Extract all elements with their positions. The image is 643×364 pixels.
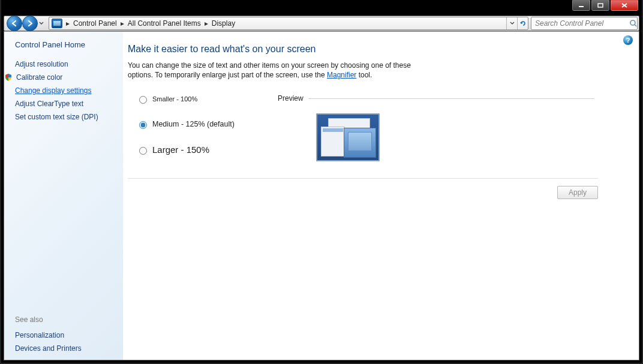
- see-also-devices-printers[interactable]: Devices and Printers: [15, 344, 115, 353]
- magnifier-link[interactable]: Magnifier: [327, 71, 356, 79]
- option-label: Larger - 150%: [152, 145, 209, 155]
- search-box[interactable]: [531, 17, 638, 30]
- nav-buttons: [4, 16, 47, 31]
- chevron-right-icon: ▸: [203, 19, 209, 28]
- option-larger[interactable]: Larger - 150%: [136, 145, 278, 155]
- window-controls: [572, 0, 638, 11]
- refresh-button[interactable]: [517, 17, 528, 29]
- forward-button[interactable]: [22, 16, 38, 31]
- address-bar[interactable]: ▸ Control Panel ▸ All Control Panel Item…: [49, 17, 528, 30]
- shield-icon: [4, 73, 13, 82]
- breadcrumb-item[interactable]: Display: [209, 19, 238, 28]
- breadcrumb-item[interactable]: All Control Panel Items: [125, 19, 203, 28]
- preview-window-icon: [321, 127, 345, 157]
- option-label: Medium - 125% (default): [152, 120, 235, 128]
- radio-smaller[interactable]: [139, 96, 147, 104]
- maximize-icon: [597, 3, 603, 8]
- button-row: Apply: [128, 186, 598, 199]
- sidebar-item-label: Calibrate color: [16, 73, 62, 82]
- back-button[interactable]: [7, 16, 22, 31]
- preview-label-text: Preview: [278, 94, 304, 103]
- help-button[interactable]: ?: [623, 35, 633, 45]
- arrow-right-icon: [26, 19, 34, 28]
- option-label: Smaller - 100%: [152, 95, 197, 103]
- chevron-down-icon: [510, 21, 515, 26]
- see-also-label: See also: [15, 315, 115, 324]
- content-area: Control Panel Home Adjust resolution Cal…: [4, 31, 639, 360]
- sidebar-links: Adjust resolution Calibrate color Change…: [15, 60, 115, 121]
- minimize-button[interactable]: [572, 0, 590, 11]
- options-row: Smaller - 100% Medium - 125% (default) L…: [128, 94, 622, 161]
- sidebar-item-label: Personalization: [15, 331, 64, 339]
- sidebar-home-link[interactable]: Control Panel Home: [15, 40, 115, 49]
- sidebar-item-label: Set custom text size (DPI): [15, 113, 98, 121]
- sidebar-item-label: Change display settings: [15, 86, 91, 95]
- nav-history-dropdown[interactable]: [38, 16, 45, 31]
- arrow-left-icon: [10, 19, 19, 28]
- sidebar-item-label: Adjust resolution: [15, 60, 68, 68]
- search-icon: [629, 19, 638, 28]
- option-medium[interactable]: Medium - 125% (default): [136, 119, 278, 129]
- sidebar-item-custom-text-size[interactable]: Set custom text size (DPI): [15, 113, 115, 121]
- size-options: Smaller - 100% Medium - 125% (default) L…: [128, 94, 278, 155]
- sidebar-item-label: Devices and Printers: [15, 344, 82, 353]
- main-panel: ? Make it easier to read what's on your …: [123, 32, 639, 360]
- radio-medium[interactable]: [139, 121, 147, 129]
- page-title: Make it easier to read what's on your sc…: [128, 44, 622, 55]
- radio-larger[interactable]: [139, 147, 147, 155]
- search-input[interactable]: [531, 19, 629, 28]
- divider: [128, 178, 598, 179]
- close-button[interactable]: [611, 0, 638, 11]
- svg-point-2: [630, 20, 635, 25]
- sidebar: Control Panel Home Adjust resolution Cal…: [4, 32, 123, 360]
- option-smaller[interactable]: Smaller - 100%: [136, 94, 278, 104]
- sidebar-item-adjust-cleartype[interactable]: Adjust ClearType text: [15, 100, 115, 108]
- desc-text: tool.: [356, 71, 372, 79]
- address-dropdown[interactable]: [506, 17, 517, 29]
- sidebar-see-also: See also Personalization Devices and Pri…: [15, 315, 115, 353]
- control-panel-icon: [52, 19, 62, 28]
- window-frame: ▸ Control Panel ▸ All Control Panel Item…: [0, 0, 643, 364]
- apply-button[interactable]: Apply: [557, 186, 598, 199]
- preview-image: [316, 113, 380, 161]
- svg-rect-0: [579, 6, 584, 7]
- preview-window-icon: [344, 128, 376, 158]
- page-description: You can change the size of text and othe…: [128, 61, 416, 80]
- preview-column: Preview: [278, 94, 622, 161]
- close-icon: [621, 2, 628, 8]
- sidebar-item-adjust-resolution[interactable]: Adjust resolution: [15, 60, 115, 68]
- toolbar: ▸ Control Panel ▸ All Control Panel Item…: [4, 16, 639, 31]
- chevron-right-icon: ▸: [65, 19, 71, 28]
- maximize-button[interactable]: [591, 0, 609, 11]
- see-also-personalization[interactable]: Personalization: [15, 331, 115, 339]
- sidebar-item-calibrate-color[interactable]: Calibrate color: [15, 73, 115, 82]
- sidebar-item-label: Adjust ClearType text: [15, 100, 83, 108]
- breadcrumb-item[interactable]: Control Panel: [71, 19, 119, 28]
- chevron-right-icon: ▸: [119, 19, 125, 28]
- refresh-icon: [519, 20, 527, 27]
- svg-rect-1: [598, 4, 603, 7]
- sidebar-item-change-display-settings[interactable]: Change display settings: [15, 86, 115, 95]
- preview-heading: Preview: [278, 94, 622, 103]
- divider: [308, 98, 594, 99]
- minimize-icon: [578, 3, 584, 8]
- chevron-down-icon: [39, 21, 44, 26]
